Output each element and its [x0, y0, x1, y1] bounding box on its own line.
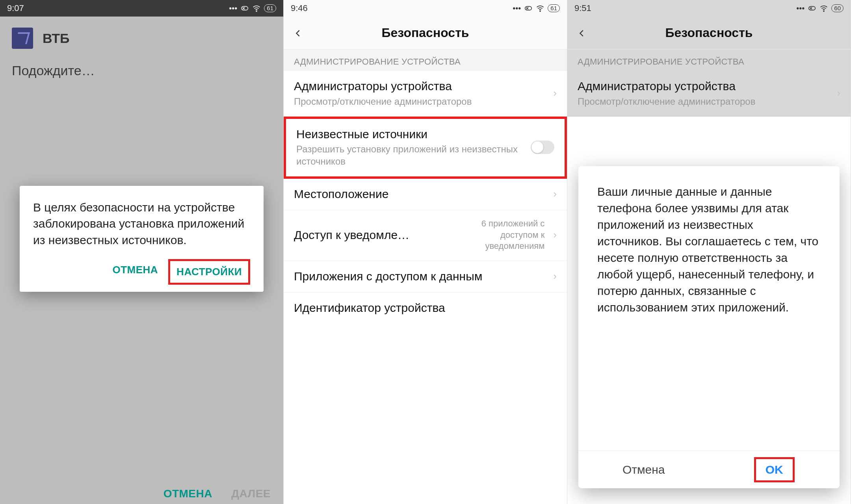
- installer-bottom-actions: ОТМЕНА ДАЛЕЕ: [164, 487, 271, 500]
- battery-indicator: 60: [831, 4, 844, 12]
- section-header: АДМИНИСТРИРОВАНИЕ УСТРОЙСТВА: [284, 50, 567, 71]
- page-title: Безопасность: [382, 26, 469, 40]
- svg-rect-8: [809, 6, 816, 10]
- dialog-message: В целях безопасности на устройстве забло…: [33, 199, 250, 248]
- app-header: ВТБ: [0, 17, 283, 54]
- more-icon: •••: [229, 4, 237, 13]
- device-admins-item[interactable]: Администраторы устройства Просмотр/отклю…: [284, 71, 567, 117]
- installer-cancel-button[interactable]: ОТМЕНА: [164, 487, 212, 500]
- voicemail-icon: [808, 4, 816, 13]
- more-icon: •••: [513, 4, 521, 13]
- back-button[interactable]: [290, 21, 307, 44]
- svg-point-7: [540, 11, 541, 11]
- svg-point-11: [823, 11, 824, 11]
- screen-body: Безопасность АДМИНИСТРИРОВАНИЕ УСТРОЙСТВ…: [567, 17, 851, 504]
- location-item[interactable]: Местоположение ›: [284, 179, 567, 211]
- chevron-left-icon: [294, 29, 303, 37]
- ok-button-wrap: OK: [709, 451, 840, 488]
- waiting-text: Подождите…: [0, 54, 283, 88]
- item-title: Идентификатор устройства: [294, 300, 557, 315]
- item-title: Доступ к уведомле…: [294, 228, 451, 243]
- status-time: 9:07: [7, 3, 24, 13]
- unknown-sources-item[interactable]: Неизвестные источники Разрешить установк…: [284, 117, 567, 179]
- voicemail-icon: [524, 4, 533, 13]
- wifi-icon: [819, 4, 828, 13]
- item-subtitle: Просмотр/отключение администраторов: [578, 95, 828, 107]
- unknown-sources-toggle[interactable]: [531, 141, 554, 154]
- battery-indicator: 61: [264, 4, 276, 12]
- page-title: Безопасность: [665, 26, 753, 40]
- dialog-actions: ОТМЕНА НАСТРОЙКИ: [33, 259, 250, 285]
- item-title: Неизвестные источники: [296, 127, 524, 142]
- cancel-button[interactable]: ОТМЕНА: [106, 259, 164, 285]
- status-bar: 9:51 ••• 60: [567, 0, 851, 17]
- item-subtitle: Разрешить установку приложений из неизве…: [296, 143, 524, 167]
- item-title: Администраторы устройства: [294, 79, 544, 94]
- chevron-right-icon: ›: [553, 270, 557, 282]
- status-time: 9:46: [291, 3, 308, 13]
- battery-indicator: 61: [548, 4, 560, 12]
- dimmed-background: Безопасность АДМИНИСТРИРОВАНИЕ УСТРОЙСТВ…: [567, 17, 851, 117]
- device-admins-item: Администраторы устройства Просмотр/отклю…: [567, 71, 851, 117]
- screen-body: ВТБ Подождите… В целях безопасности на у…: [0, 17, 283, 504]
- status-bar: 9:07 ••• 61: [0, 0, 283, 17]
- voicemail-icon: [240, 4, 249, 13]
- status-right: ••• 60: [796, 4, 844, 13]
- settings-button[interactable]: НАСТРОЙКИ: [168, 259, 250, 285]
- section-header: АДМИНИСТРИРОВАНИЕ УСТРОЙСТВА: [567, 50, 851, 71]
- titlebar: Безопасность: [284, 17, 567, 50]
- dialog-actions: Отмена OK: [578, 450, 840, 488]
- svg-rect-0: [242, 6, 248, 10]
- item-title: Местоположение: [294, 187, 544, 202]
- chevron-left-icon: [578, 29, 586, 37]
- status-right: ••• 61: [229, 4, 276, 13]
- chevron-right-icon: ›: [553, 87, 557, 99]
- chevron-right-icon: ›: [553, 229, 557, 241]
- item-value: 6 приложений с доступом к уведомлениям: [458, 218, 544, 252]
- item-title: Администраторы устройства: [578, 79, 828, 94]
- chevron-right-icon: ›: [553, 188, 557, 200]
- dialog-message: Ваши личные данные и данные телефона бол…: [578, 166, 840, 450]
- settings-list: АДМИНИСТРИРОВАНИЕ УСТРОЙСТВА Администрат…: [284, 50, 567, 504]
- wifi-icon: [536, 4, 544, 13]
- status-right: ••• 61: [513, 4, 560, 13]
- status-time: 9:51: [574, 3, 591, 13]
- security-block-dialog: В целях безопасности на устройстве забло…: [20, 186, 264, 292]
- more-icon: •••: [796, 4, 805, 13]
- svg-point-3: [256, 11, 257, 11]
- item-subtitle: Просмотр/отключение администраторов: [294, 95, 544, 107]
- back-button[interactable]: [574, 21, 590, 44]
- status-bar: 9:46 ••• 61: [284, 0, 567, 17]
- ok-button[interactable]: OK: [754, 457, 795, 482]
- chevron-right-icon: ›: [837, 87, 840, 99]
- notification-access-item[interactable]: Доступ к уведомле… 6 приложений с доступ…: [284, 210, 567, 261]
- app-name: ВТБ: [43, 31, 69, 46]
- cancel-button[interactable]: Отмена: [578, 451, 709, 488]
- phone-screen-3: 9:51 ••• 60 Безопасность АДМИНИСТРИРОВАН…: [567, 0, 851, 504]
- device-id-item[interactable]: Идентификатор устройства: [284, 293, 567, 324]
- titlebar: Безопасность: [567, 17, 851, 50]
- app-logo-icon: [12, 28, 33, 49]
- svg-rect-4: [525, 6, 532, 10]
- phone-screen-2: 9:46 ••• 61 Безопасность АДМИНИСТРИРОВАН…: [284, 0, 567, 504]
- wifi-icon: [252, 4, 261, 13]
- data-access-apps-item[interactable]: Приложения с доступом к данным ›: [284, 261, 567, 293]
- installer-next-button: ДАЛЕЕ: [231, 487, 271, 500]
- unknown-sources-confirm-dialog: Ваши личные данные и данные телефона бол…: [578, 166, 840, 488]
- phone-screen-1: 9:07 ••• 61 ВТБ Подождите… В целях безоп…: [0, 0, 284, 504]
- item-title: Приложения с доступом к данным: [294, 269, 544, 284]
